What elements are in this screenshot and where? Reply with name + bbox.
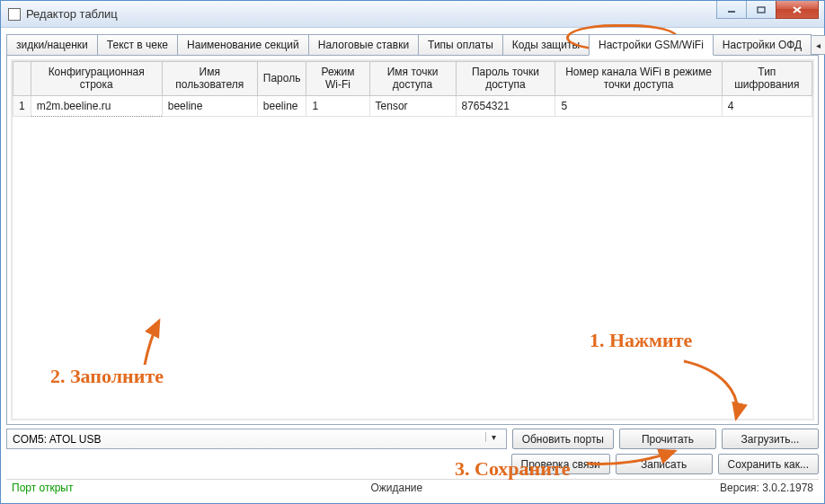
titlebar: Редактор таблиц: [1, 1, 824, 28]
status-state: Ожидание: [74, 482, 721, 494]
col-encryption[interactable]: Тип шифрования: [722, 62, 812, 96]
tab-payment-types[interactable]: Типы оплаты: [418, 34, 503, 56]
maximize-icon: [757, 6, 766, 13]
bottom-row-1: COM5: ATOL USB Обновить порты Прочитать …: [6, 429, 819, 449]
refresh-ports-button[interactable]: Обновить порты: [512, 429, 614, 449]
maximize-button[interactable]: [746, 1, 776, 19]
grid-row[interactable]: 1 m2m.beeline.ru beeline beeline 1 Tenso…: [13, 95, 812, 116]
tab-discounts[interactable]: зидки/наценки: [6, 34, 98, 56]
status-bar: Порт открыт Ожидание Версия: 3.0.2.1978: [6, 479, 819, 498]
col-ap-name[interactable]: Имя точки доступа: [369, 62, 456, 96]
cell-password[interactable]: beeline: [257, 95, 306, 116]
settings-grid[interactable]: Конфигурационная строка Имя пользователя…: [13, 61, 812, 117]
check-connection-button[interactable]: Проверка связи: [511, 454, 610, 474]
close-icon: [792, 5, 803, 14]
bottom-row-2: Проверка связи Записать Сохранить как...: [6, 454, 819, 474]
svg-rect-1: [758, 7, 765, 13]
col-wifi-mode[interactable]: Режим Wi-Fi: [306, 62, 369, 96]
col-rownum: [13, 62, 31, 96]
grid-header-row: Конфигурационная строка Имя пользователя…: [13, 62, 812, 96]
col-ap-password[interactable]: Пароль точки доступа: [456, 62, 555, 96]
cell-username[interactable]: beeline: [162, 95, 257, 116]
tabstrip: зидки/наценки Текст в чеке Наименование …: [6, 33, 819, 55]
cell-rownum: 1: [13, 95, 31, 116]
tab-tax-rates[interactable]: Налоговые ставки: [308, 34, 419, 56]
tab-section-names[interactable]: Наименование секций: [177, 34, 309, 56]
tab-gsm-wifi[interactable]: Настройки GSM/WiFi: [589, 34, 714, 56]
table-frame: Конфигурационная строка Имя пользователя…: [6, 55, 819, 425]
cell-ap-password[interactable]: 87654321: [456, 95, 555, 116]
window-controls: [716, 1, 824, 19]
col-password[interactable]: Пароль: [257, 62, 306, 96]
tab-ofd[interactable]: Настройки ОФД: [713, 34, 812, 56]
tab-protection-codes[interactable]: Коды защиты: [502, 34, 590, 56]
window-title: Редактор таблиц: [26, 7, 118, 21]
window: Редактор таблиц зидки/наценки Текст в че…: [0, 0, 825, 504]
status-version: Версия: 3.0.2.1978: [720, 482, 813, 494]
cell-ap-name[interactable]: Tensor: [369, 95, 456, 116]
col-config-string[interactable]: Конфигурационная строка: [31, 62, 162, 96]
tab-receipt-text[interactable]: Текст в чеке: [97, 34, 178, 56]
bottom-panel: COM5: ATOL USB Обновить порты Прочитать …: [6, 425, 819, 479]
cell-wifi-channel[interactable]: 5: [555, 95, 722, 116]
grid-empty-area: [13, 117, 812, 419]
status-port: Порт открыт: [12, 482, 74, 494]
read-button[interactable]: Прочитать: [619, 429, 716, 449]
minimize-button[interactable]: [716, 1, 747, 19]
col-username[interactable]: Имя пользователя: [162, 62, 257, 96]
tab-scroll-left[interactable]: ◂: [810, 35, 825, 55]
cell-config-string[interactable]: m2m.beeline.ru: [31, 95, 162, 116]
table-inner: Конфигурационная строка Имя пользователя…: [11, 59, 814, 420]
close-button[interactable]: [776, 1, 819, 19]
port-combo-value: COM5: ATOL USB: [13, 433, 101, 446]
minimize-icon: [727, 6, 736, 13]
cell-wifi-mode[interactable]: 1: [306, 95, 369, 116]
col-wifi-channel[interactable]: Номер канала WiFi в режиме точки доступа: [555, 62, 722, 96]
cell-encryption[interactable]: 4: [722, 95, 812, 116]
load-button[interactable]: Загрузить...: [722, 429, 819, 449]
write-button[interactable]: Записать: [616, 454, 713, 474]
client-area: зидки/наценки Текст в чеке Наименование …: [1, 28, 824, 503]
port-combo[interactable]: COM5: ATOL USB: [6, 429, 507, 449]
save-as-button[interactable]: Сохранить как...: [718, 454, 819, 474]
app-icon: [8, 8, 21, 21]
tab-scroll-nav: ◂ ▸: [811, 35, 825, 55]
